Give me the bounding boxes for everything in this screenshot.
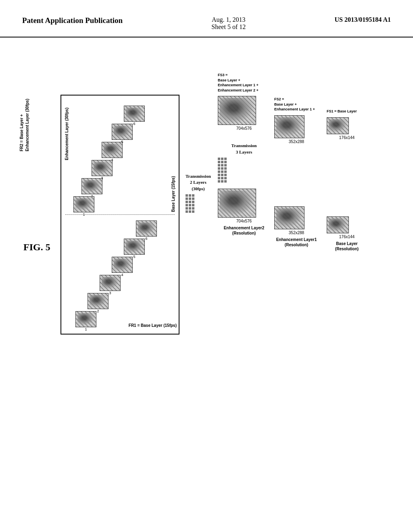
patent-number: US 2013/0195184 A1 — [334, 16, 391, 31]
publication-title: Patent Application Publication — [22, 16, 123, 31]
sheet-info: Sheet 5 of 12 — [211, 23, 246, 30]
frame-5-enhance: 5 — [112, 124, 133, 144]
fr2-label: FR2 = Base Layer +Enhancement Layer (30f… — [19, 99, 30, 152]
fs1-bottom-resolution: 176x144 — [327, 235, 367, 239]
fs1-resolution: 176x144 — [327, 135, 367, 140]
fs1-thumbnail — [327, 117, 349, 134]
col-enhancement2: FS3 =Base Layer +Enhancement Layer 1 +En… — [218, 73, 270, 236]
enhancement-layer2-label: Enhancement Layer2(Resolution) — [218, 225, 270, 236]
frame-6-base: 6 — [136, 220, 157, 241]
frame-3-enhance: 3 — [92, 160, 113, 180]
frame-4-base: 4 — [112, 257, 133, 277]
fs1-spacer — [327, 140, 367, 216]
fs2-resolution: 352x288 — [274, 139, 319, 144]
fs3-resolution: 704x576 — [218, 126, 270, 131]
fs2-thumbnail — [274, 115, 305, 138]
frame-2-enhance: 2 — [81, 178, 102, 198]
frame-3-base: 3 — [100, 275, 121, 295]
publication-date: Aug. 1, 2013 — [212, 16, 246, 23]
frame-1-enhance: 1 — [73, 196, 94, 216]
fs3-bottom-thumbnail — [218, 189, 256, 218]
frame-2-base: 2 — [88, 293, 108, 313]
fr1-label: FR1 = Base Layer (15fps) — [129, 323, 177, 328]
header: Patent Application Publication Aug. 1, 2… — [0, 16, 413, 37]
transmission-2layers-dots — [186, 194, 211, 213]
box-divider — [65, 214, 175, 215]
fs2-bottom-resolution: 352x288 — [274, 231, 319, 235]
transmission-2layers-label: Transmission2 Layers(30fps) — [186, 173, 211, 192]
frame-6-enhance: 6 — [124, 106, 145, 126]
fs2-spacer — [274, 144, 319, 206]
base-layer-inside-label: Base Layer (15fps) — [171, 176, 175, 212]
fs2-bottom-thumbnail — [274, 206, 305, 229]
fs3-bottom-resolution: 704x576 — [218, 219, 270, 223]
fs2-label: FS2 =Base Layer +Enhancement Layer 1 + — [274, 97, 319, 112]
fs1-bottom-thumbnail — [327, 216, 349, 233]
transmission-3layers-label: Transmission3 Layers — [218, 143, 270, 155]
frame-1-base-label: 1 — [75, 327, 96, 331]
col-baselayer: FS1 = Base Layer 176x144 176x144 Base La… — [327, 109, 367, 251]
fs1-label: FS1 = Base Layer — [327, 109, 367, 114]
left-frame-box: FR2 = Base Layer +Enhancement Layer (30f… — [60, 95, 179, 335]
enhance-layer-label: Enhancement Layer (30fps) — [65, 108, 69, 160]
frame-5-base: 5 — [124, 239, 145, 259]
base-layer-res-label: Base Layer(Resolution) — [327, 241, 367, 251]
diagram-area: FR2 = Base Layer +Enhancement Layer (30f… — [32, 73, 397, 468]
enhancement-layer1-label: Enhancement Layer1(Resolution) — [274, 237, 319, 247]
transmission-3layers-dots — [218, 158, 270, 183]
patent-page: Patent Application Publication Aug. 1, 2… — [0, 0, 413, 532]
frame-1-base: 1 — [75, 311, 96, 331]
frame-4-enhance: 4 — [102, 142, 123, 162]
fs3-label: FS3 =Base Layer +Enhancement Layer 1 +En… — [218, 73, 270, 93]
transmission-2layers: Transmission2 Layers(30fps) — [186, 173, 211, 213]
transmission-3layers: Transmission3 Layers — [218, 143, 270, 183]
header-center: Aug. 1, 2013 Sheet 5 of 12 — [211, 16, 246, 31]
col-enhancement1: FS2 =Base Layer +Enhancement Layer 1 + 3… — [274, 97, 319, 247]
fs3-thumbnail — [218, 96, 256, 125]
